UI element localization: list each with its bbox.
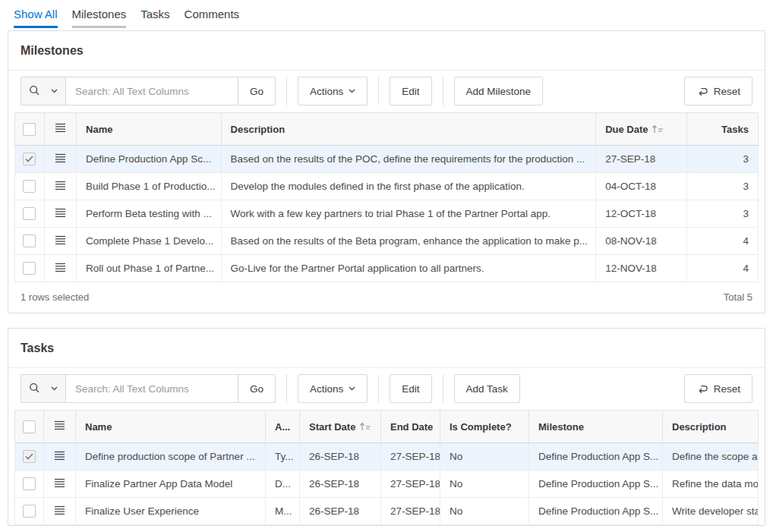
tasks-region-header: Tasks xyxy=(8,329,765,367)
milestones-region-header: Milestones xyxy=(8,31,765,70)
chevron-down-icon xyxy=(51,89,58,93)
search-input[interactable] xyxy=(65,77,238,105)
cell-start-date: 26-SEP-18 xyxy=(300,498,381,525)
table-row[interactable]: Finalize Partner App Data Model D... 26-… xyxy=(15,471,759,498)
table-row[interactable]: Define Production App Sc... Based on the… xyxy=(15,146,759,173)
go-button[interactable]: Go xyxy=(238,77,276,105)
header-row: Name A... Start Date End Date Is Complet… xyxy=(15,411,759,443)
cell-description: Work with a few key partners to trial Ph… xyxy=(221,200,596,228)
tasks-toolbar: Go Actions Edit Add Task Reset xyxy=(8,367,765,410)
reset-button[interactable]: Reset xyxy=(684,374,752,403)
column-header-milestone[interactable]: Milestone xyxy=(529,411,663,443)
column-header-is-complete[interactable]: Is Complete? xyxy=(440,411,529,443)
table-row[interactable]: Complete Phase 1 Develo... Based on the … xyxy=(15,228,759,255)
column-header-name[interactable]: Name xyxy=(77,113,222,146)
row-checkbox[interactable] xyxy=(23,450,36,463)
tab-show-all[interactable]: Show All xyxy=(14,1,58,28)
cell-name: Roll out Phase 1 of Partne... xyxy=(77,255,222,282)
search-input[interactable] xyxy=(65,374,238,403)
row-checkbox[interactable] xyxy=(23,180,36,193)
cell-tasks: 4 xyxy=(686,255,758,282)
cell-description: Develop the modules defined in the first… xyxy=(221,173,596,200)
row-checkbox[interactable] xyxy=(23,262,36,275)
tab-milestones[interactable]: Milestones xyxy=(72,1,127,28)
cell-assignee: Ty... xyxy=(266,443,300,471)
header-row: Name Description Due Date Tasks xyxy=(15,113,759,146)
milestones-grid: Name Description Due Date Tasks Define P… xyxy=(14,112,759,282)
cell-description: Based on the results of the Beta program… xyxy=(221,228,596,255)
cell-due-date: 04-OCT-18 xyxy=(596,173,687,200)
add-task-button[interactable]: Add Task xyxy=(454,374,520,403)
column-header-assignee[interactable]: A... xyxy=(266,411,300,443)
row-menu-icon[interactable] xyxy=(55,181,66,190)
row-checkbox[interactable] xyxy=(23,477,36,490)
reset-button[interactable]: Reset xyxy=(684,77,752,105)
row-checkbox[interactable] xyxy=(23,153,36,165)
row-checkbox[interactable] xyxy=(23,235,36,247)
cell-start-date: 26-SEP-18 xyxy=(300,443,381,471)
select-all-checkbox[interactable] xyxy=(23,420,36,433)
edit-button[interactable]: Edit xyxy=(390,77,431,105)
cell-end-date: 27-SEP-18 xyxy=(381,443,440,471)
cell-name: Perform Beta testing with ... xyxy=(77,200,222,228)
region-display-selector: Show All Milestones Tasks Comments xyxy=(0,0,773,28)
toolbar-separator xyxy=(286,77,287,105)
column-header-due-date[interactable]: Due Date xyxy=(596,113,687,146)
row-menu-icon[interactable] xyxy=(55,208,66,218)
cell-end-date: 27-SEP-18 xyxy=(381,498,440,525)
column-header-end-date[interactable]: End Date xyxy=(381,411,440,443)
actions-button[interactable]: Actions xyxy=(298,77,368,105)
cell-assignee: M... xyxy=(266,498,300,525)
row-menu-icon[interactable] xyxy=(54,478,65,488)
edit-button[interactable]: Edit xyxy=(390,374,431,403)
search-options-button[interactable] xyxy=(21,374,66,403)
column-header-description[interactable]: Description xyxy=(663,411,759,443)
row-menu-icon[interactable] xyxy=(54,451,65,461)
cell-due-date: 08-NOV-18 xyxy=(596,228,687,255)
row-menu-icon[interactable] xyxy=(55,153,66,163)
tasks-grid: Name A... Start Date End Date Is Complet… xyxy=(14,410,759,525)
actions-button[interactable]: Actions xyxy=(298,374,368,403)
cell-due-date: 12-NOV-18 xyxy=(596,255,687,282)
cell-name: Finalize Partner App Data Model xyxy=(76,471,266,498)
column-header-description[interactable]: Description xyxy=(221,113,596,146)
reset-icon xyxy=(696,382,708,395)
search-icon xyxy=(29,382,46,395)
cell-name: Define Production App Sc... xyxy=(77,146,222,173)
row-menu-icon[interactable] xyxy=(54,505,65,515)
milestones-report-footer: 1 rows selected Total 5 xyxy=(8,282,765,313)
toolbar-separator xyxy=(378,77,379,105)
tab-comments[interactable]: Comments xyxy=(185,1,240,28)
table-row[interactable]: Roll out Phase 1 of Partne... Go-Live fo… xyxy=(15,255,759,282)
row-menu-icon[interactable] xyxy=(55,263,66,272)
row-menu-icon[interactable] xyxy=(55,235,66,245)
milestones-region: Milestones Go Actions Edit Add Milestone xyxy=(8,30,765,313)
cell-is-complete: No xyxy=(440,443,529,471)
cell-name: Finalize User Experience xyxy=(76,498,266,525)
cell-milestone: Define Production App S... xyxy=(529,471,663,498)
go-button[interactable]: Go xyxy=(238,374,276,403)
table-row[interactable]: Finalize User Experience M... 26-SEP-18 … xyxy=(15,498,759,525)
cell-is-complete: No xyxy=(440,498,529,525)
select-all-checkbox[interactable] xyxy=(23,123,36,136)
column-header-start-date[interactable]: Start Date xyxy=(300,411,381,443)
cell-description: Refine the data model xyxy=(663,471,759,498)
row-checkbox[interactable] xyxy=(23,207,36,220)
column-header-name[interactable]: Name xyxy=(76,411,266,443)
search-options-button[interactable] xyxy=(21,77,66,105)
cell-name: Build Phase 1 of Productio... xyxy=(77,173,222,200)
row-checkbox[interactable] xyxy=(23,505,36,518)
table-row[interactable]: Build Phase 1 of Productio... Develop th… xyxy=(15,173,759,200)
table-row[interactable]: Perform Beta testing with ... Work with … xyxy=(15,200,759,228)
tab-tasks[interactable]: Tasks xyxy=(140,1,169,28)
cell-due-date: 12-OCT-18 xyxy=(596,200,687,228)
toolbar-separator xyxy=(286,374,287,403)
cell-tasks: 3 xyxy=(686,173,758,200)
column-header-tasks[interactable]: Tasks xyxy=(686,113,758,146)
sort-ascending-icon xyxy=(359,422,371,431)
cell-assignee: D... xyxy=(266,471,300,498)
add-milestone-button[interactable]: Add Milestone xyxy=(454,77,544,105)
cell-name: Complete Phase 1 Develo... xyxy=(77,228,222,255)
rows-selected-status: 1 rows selected xyxy=(21,291,89,303)
table-row[interactable]: Define production scope of Partner ... T… xyxy=(15,443,759,471)
